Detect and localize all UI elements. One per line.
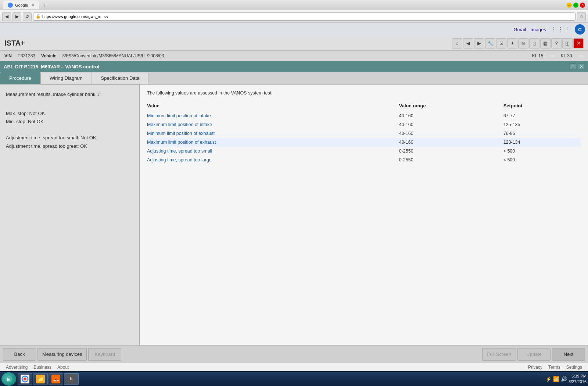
col-header-setpoint: Setpoint — [503, 101, 581, 111]
spec-value-range-1: 40-160 — [399, 120, 503, 129]
google-footer: Advertising Business About Privacy Terms… — [0, 363, 588, 371]
vehicle-label: Vehicle — [41, 53, 56, 58]
bottom-toolbar: Back Measuring devices Keyboard Full Scr… — [0, 345, 588, 363]
spec-value-name-4: Adjusting time, spread too small — [147, 147, 399, 156]
tabs-row: Procedure Wiring Diagram Specification D… — [0, 72, 588, 85]
tab-specification-data[interactable]: Specification Data — [92, 72, 149, 84]
favicon — [8, 3, 13, 8]
images-link[interactable]: Images — [530, 27, 546, 32]
ista-title: ISTA+ — [4, 39, 25, 47]
tab-procedure[interactable]: Procedure — [0, 72, 40, 84]
page-area: Gmail Images ⋮⋮⋮ C ISTA+ ⌂ ◀ ▶ 🔧 ⊡ ✦ — [0, 23, 588, 371]
taskbar: ⊞ 📁 🦊 — [0, 371, 588, 386]
taskbar-chrome[interactable] — [18, 373, 32, 385]
ista-close-btn[interactable]: ✕ — [573, 38, 584, 49]
kl15-value: — — [551, 53, 555, 58]
right-panel: The following values are assessed in the… — [140, 85, 588, 345]
calibrate-icon-btn[interactable]: ✦ — [507, 38, 517, 49]
spec-setpoint-5: < 500 — [503, 156, 581, 164]
vin-label: VIN — [4, 53, 12, 58]
window-maximize-btn[interactable]: □ — [573, 3, 578, 8]
files-icon: 📁 — [36, 375, 45, 383]
systray-date: 8/27/2016 — [569, 379, 587, 384]
ista-icon: I+ — [67, 375, 76, 383]
battery-icon-btn[interactable]: ▯ — [529, 38, 539, 49]
systray-clock: 5:39 PM 8/27/2016 — [569, 374, 587, 384]
chrome-icon — [21, 375, 29, 383]
home-icon-btn[interactable]: ⌂ — [452, 38, 462, 49]
zoom-icon-btn[interactable]: ⊡ — [496, 38, 506, 49]
taskbar-ista[interactable]: I+ — [64, 373, 79, 385]
spec-value-range-3: 40-160 — [399, 138, 503, 147]
spec-setpoint-1: 125-135 — [503, 120, 581, 129]
tab-wiring-diagram[interactable]: Wiring Diagram — [40, 72, 92, 84]
spec-row-4: Adjusting time, spread too small 0-2550 … — [147, 147, 581, 156]
kl30-value: — — [579, 53, 584, 58]
extra-icon-btn[interactable]: ◫ — [562, 38, 573, 49]
nav-forward-btn[interactable]: ▶ — [12, 12, 21, 21]
google-grid-icon[interactable]: ⋮⋮⋮ — [551, 25, 570, 33]
back-button[interactable]: Back — [3, 348, 36, 361]
nav-back-btn[interactable]: ◀ — [2, 12, 11, 21]
taskbar-items: 📁 🦊 I+ — [18, 373, 79, 385]
about-link[interactable]: About — [57, 365, 69, 370]
spec-value-name-3: Maximum limit position of exhaust — [147, 138, 399, 147]
settings-link[interactable]: Settings — [566, 365, 582, 370]
business-link[interactable]: Business — [33, 365, 51, 370]
terms-link[interactable]: Terms — [548, 365, 560, 370]
svg-point-3 — [24, 378, 26, 380]
nav-reload-btn[interactable]: ↺ — [23, 12, 32, 21]
systray-icon2: 📶 — [553, 376, 559, 382]
update-button[interactable]: Update — [517, 348, 551, 361]
privacy-link[interactable]: Privacy — [528, 365, 542, 370]
adj-time-small-result: Adjustment time, spread too small: Not O… — [6, 134, 133, 142]
gmail-link[interactable]: Gmail — [513, 27, 526, 32]
spec-value-range-0: 40-160 — [399, 111, 503, 120]
col-header-value: Value — [147, 101, 399, 111]
browser-tab[interactable]: Google ✕ — [3, 1, 39, 9]
next-button[interactable]: Next — [552, 348, 585, 361]
tab-label: Google — [15, 3, 28, 7]
vehicle-value: 3/E93/Convertible/M3/S65/MANUAL/US/LL/20… — [62, 53, 164, 58]
spec-row-2: Minimum limit position of exhaust 40-160… — [147, 129, 581, 138]
window-close-btn[interactable]: ✕ — [580, 3, 585, 8]
panel-close-btn[interactable]: ✕ — [578, 63, 584, 70]
adj-time-great-result: Adjustment time, spread too great: OK — [6, 142, 133, 150]
spec-setpoint-2: 76-86 — [503, 129, 581, 138]
measuring-devices-button[interactable]: Measuring devices — [37, 348, 87, 361]
mail-icon-btn[interactable]: ✉ — [518, 38, 528, 49]
panel-restore-btn[interactable]: □ — [570, 63, 576, 70]
taskbar-firefox[interactable]: 🦊 — [49, 373, 63, 385]
spec-row-1: Maximum limit position of intake 40-160 … — [147, 120, 581, 129]
bookmark-btn[interactable]: ☆ — [577, 12, 586, 21]
browser-titlebar: Google ✕ + — □ ✕ — [0, 0, 588, 10]
settings-icon-btn[interactable]: 🔧 — [485, 38, 495, 49]
vin-bar: VIN P331283 Vehicle 3/E93/Convertible/M3… — [0, 51, 588, 61]
spec-value-range-4: 0-2550 — [399, 147, 503, 156]
address-input[interactable] — [42, 14, 573, 19]
browser-toolbar: ◀ ▶ ↺ 🔒 ☆ — [0, 10, 588, 23]
spec-value-range-2: 40-160 — [399, 129, 503, 138]
start-button[interactable]: ⊞ — [1, 372, 16, 386]
window-minimize-btn[interactable]: — — [567, 3, 572, 8]
spec-table: Value Value range Setpoint Minimum limit… — [147, 101, 581, 164]
spec-row-3: Maximum limit position of exhaust 40-160… — [147, 138, 581, 147]
spec-value-range-5: 0-2550 — [399, 156, 503, 164]
help-icon-btn[interactable]: ? — [551, 38, 562, 49]
systray-time: 5:39 PM — [569, 374, 587, 379]
user-avatar[interactable]: C — [575, 24, 585, 35]
spec-value-name-0: Minimum limit position of intake — [147, 111, 399, 120]
forward-icon-btn[interactable]: ▶ — [474, 38, 484, 49]
spec-intro: The following values are assessed in the… — [147, 90, 581, 96]
footer-left: Advertising Business About — [6, 365, 69, 370]
tab-close-btn[interactable]: ✕ — [31, 3, 35, 8]
keyboard-button[interactable]: Keyboard — [88, 348, 121, 361]
ista-toolbar: ⌂ ◀ ▶ 🔧 ⊡ ✦ ✉ ▯ ▦ ? ◫ ✕ — [452, 38, 584, 49]
advertising-link[interactable]: Advertising — [6, 365, 28, 370]
new-tab-btn[interactable]: + — [40, 0, 49, 10]
spec-setpoint-0: 67-77 — [503, 111, 581, 120]
panel-icon-btn[interactable]: ▦ — [540, 38, 551, 49]
back-icon-btn[interactable]: ◀ — [463, 38, 473, 49]
full-screen-button[interactable]: Full Screen — [482, 348, 516, 361]
taskbar-files[interactable]: 📁 — [33, 373, 48, 385]
